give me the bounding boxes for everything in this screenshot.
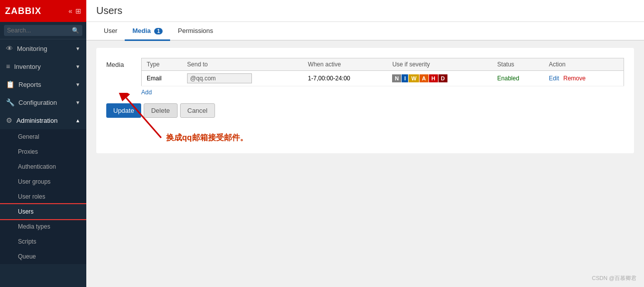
sidebar-item-scripts[interactable]: Scripts <box>0 234 86 249</box>
row-send-to <box>182 71 303 86</box>
col-when-active: When active <box>303 58 387 71</box>
severity-i: I <box>402 74 408 82</box>
sidebar-item-media-types[interactable]: Media types <box>0 219 86 234</box>
sidebar-item-label: Monitoring <box>17 45 47 52</box>
sidebar-item-authentication[interactable]: Authentication <box>0 159 86 174</box>
reports-icon: 📋 <box>6 80 14 88</box>
button-row: Update Delete Cancel <box>106 103 624 118</box>
tab-media[interactable]: Media 1 <box>125 22 170 41</box>
annotation-text: 换成qq邮箱接受邮件。 <box>166 133 248 142</box>
severity-badges: N I W A H D <box>392 74 487 82</box>
email-input[interactable] <box>187 73 252 83</box>
row-type: Email <box>142 71 183 86</box>
sidebar-item-administration[interactable]: ⚙ Administration ▲ <box>0 111 86 129</box>
content-area: Media Type Send to When active Use if se… <box>86 40 644 287</box>
severity-a: A <box>420 74 429 82</box>
sidebar-item-label: Inventory <box>14 63 40 70</box>
form-section: Media Type Send to When active Use if se… <box>96 48 634 153</box>
sidebar-item-label: Administration <box>16 117 57 124</box>
tab-permissions[interactable]: Permissions <box>170 22 220 41</box>
col-type: Type <box>142 58 183 71</box>
tab-user[interactable]: User <box>96 22 125 41</box>
col-severity: Use if severity <box>387 58 492 71</box>
sidebar-item-queue[interactable]: Queue <box>0 249 86 264</box>
media-badge: 1 <box>154 28 163 34</box>
sidebar-item-user-roles[interactable]: User roles <box>0 189 86 204</box>
row-severity: N I W A H D <box>387 71 492 86</box>
severity-n: N <box>392 74 401 82</box>
sidebar-controls: « ⊞ <box>68 7 81 15</box>
media-label: Media <box>106 58 136 68</box>
col-status: Status <box>492 58 544 71</box>
svg-line-1 <box>126 98 161 138</box>
watermark: CSDN @百慕卿君 <box>592 275 637 282</box>
sidebar-search-wrap: 🔍 <box>0 22 86 39</box>
sidebar-logo: ZABBIX <box>5 6 41 16</box>
media-table: Type Send to When active Use if severity… <box>141 58 624 86</box>
sidebar-item-reports[interactable]: 📋 Reports ▼ <box>0 75 86 93</box>
sidebar-item-monitoring[interactable]: 👁 Monitoring ▼ <box>0 39 86 57</box>
sidebar-item-users[interactable]: Users <box>0 204 86 219</box>
sidebar-item-label: Reports <box>18 81 41 88</box>
sidebar-item-proxies[interactable]: Proxies <box>0 144 86 159</box>
tabs: User Media 1 Permissions <box>91 22 639 40</box>
monitoring-icon: 👁 <box>6 44 13 52</box>
main-content: Users User Media 1 Permissions Media Typ… <box>86 0 644 287</box>
collapse-icon[interactable]: « <box>68 7 72 15</box>
cancel-button[interactable]: Cancel <box>180 103 215 118</box>
remove-link[interactable]: Remove <box>563 75 586 82</box>
media-wrap: Media Type Send to When active Use if se… <box>106 58 624 96</box>
edit-link[interactable]: Edit <box>549 75 559 82</box>
sidebar-item-inventory[interactable]: ≡ Inventory ▼ <box>0 57 86 75</box>
sidebar-header: ZABBIX « ⊞ <box>0 0 86 22</box>
media-table-container: Type Send to When active Use if severity… <box>141 58 624 96</box>
chevron-icon: ▼ <box>75 100 80 105</box>
table-row: Email 1-7,00:00-24:00 N I W <box>142 71 624 86</box>
col-send-to: Send to <box>182 58 303 71</box>
severity-w: W <box>409 74 419 82</box>
administration-submenu: General Proxies Authentication User grou… <box>0 129 86 264</box>
annotation-area: 换成qq邮箱接受邮件。 <box>106 133 624 143</box>
chevron-icon: ▼ <box>75 82 80 87</box>
chevron-icon: ▼ <box>75 64 80 69</box>
grid-icon[interactable]: ⊞ <box>75 7 81 15</box>
severity-d: D <box>438 74 447 82</box>
sidebar-item-label: Configuration <box>18 99 57 106</box>
page-header: Users <box>86 0 644 22</box>
row-action: Edit Remove <box>544 71 624 86</box>
col-action: Action <box>544 58 624 71</box>
administration-icon: ⚙ <box>6 116 12 124</box>
search-input[interactable] <box>4 25 82 36</box>
page-title: Users <box>96 5 122 16</box>
row-when-active: 1-7,00:00-24:00 <box>303 71 387 86</box>
chevron-icon: ▲ <box>75 118 80 123</box>
sidebar-item-user-groups[interactable]: User groups <box>0 174 86 189</box>
row-status: Enabled <box>492 71 544 86</box>
inventory-icon: ≡ <box>6 62 10 70</box>
sidebar: ZABBIX « ⊞ 🔍 👁 Monitoring ▼ ≡ Inventory … <box>0 0 86 287</box>
red-arrow-svg <box>116 93 176 143</box>
severity-h: H <box>429 74 438 82</box>
configuration-icon: 🔧 <box>6 98 14 106</box>
search-icon: 🔍 <box>72 27 79 34</box>
chevron-icon: ▼ <box>75 46 80 51</box>
sidebar-item-general[interactable]: General <box>0 129 86 144</box>
sidebar-item-configuration[interactable]: 🔧 Configuration ▼ <box>0 93 86 111</box>
